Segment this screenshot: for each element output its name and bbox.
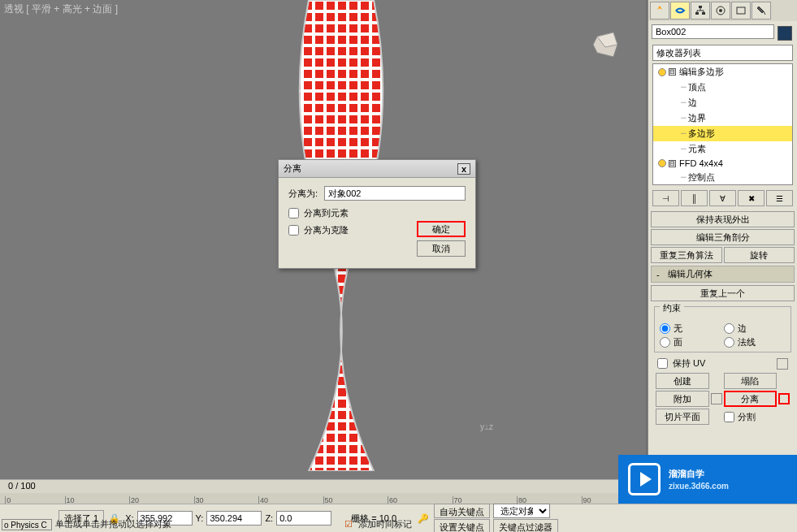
edit-tri-button[interactable]: 编辑三角剖分: [651, 229, 795, 245]
preserve-uv-label: 保持 UV: [673, 357, 705, 370]
detach-as-clone-checkbox[interactable]: [288, 225, 299, 236]
watermark-title: 溜溜自学: [669, 468, 729, 480]
stack-edit-poly[interactable]: ⊟编辑多边形: [653, 64, 792, 80]
play-icon: [628, 463, 661, 495]
preserve-selection-button[interactable]: 保持表现外出: [651, 211, 795, 227]
retriangulate-button[interactable]: 重复三角算法: [651, 247, 722, 263]
detach-to-element-checkbox[interactable]: [288, 208, 299, 218]
preserve-uv-checkbox[interactable]: [657, 358, 668, 369]
slice-plane-button[interactable]: 切片平面: [656, 409, 709, 425]
configure-sets-button[interactable]: ☰: [766, 190, 793, 206]
split-checkbox[interactable]: [724, 412, 734, 422]
key-filter-button[interactable]: 关键点过滤器: [493, 519, 558, 533]
physx-label: o Physics C: [2, 519, 52, 530]
remove-modifier-button[interactable]: ✖: [738, 190, 765, 206]
key-icon[interactable]: 🔑: [416, 511, 431, 526]
edit-geom-rollout-header[interactable]: -编辑几何体: [651, 266, 795, 283]
selection-filter-dropdown[interactable]: 选定对象: [493, 504, 550, 518]
detach-to-element-label: 分离到元素: [304, 207, 349, 219]
svg-rect-4: [699, 6, 702, 8]
status-hint: 单击或单击并拖动以选择对象 ☑ 添加时间标记: [55, 518, 412, 530]
close-icon[interactable]: x: [457, 163, 470, 175]
tab-display[interactable]: [731, 2, 751, 19]
axis-indicator: y⟂z: [480, 422, 493, 431]
pin-stack-button[interactable]: ⊣: [652, 190, 679, 206]
svg-point-8: [719, 9, 722, 12]
ok-button[interactable]: 确定: [417, 221, 466, 237]
status-bar: o Physics C 选择了 1 🔒 X: Y: Z: 栅格 = 10.0 🔑…: [0, 504, 797, 532]
constraints-title: 约束: [660, 302, 684, 314]
detach-settings[interactable]: [778, 393, 790, 404]
create-button[interactable]: 创建: [656, 373, 709, 389]
detach-as-clone-label: 分离为克隆: [304, 224, 349, 236]
dialog-title: 分离: [284, 162, 301, 175]
svg-rect-5: [695, 12, 699, 15]
detach-name-input[interactable]: [324, 186, 466, 201]
repeat-last-button[interactable]: 重复上一个: [651, 285, 795, 301]
watermark-url: zixue.3d66.com: [669, 482, 729, 491]
constraint-normal[interactable]: 法线: [724, 336, 786, 348]
collapse-button[interactable]: 塌陷: [724, 373, 778, 389]
cancel-button[interactable]: 取消: [417, 240, 466, 257]
stack-vertex[interactable]: 顶点: [653, 80, 792, 95]
preserve-uv-settings[interactable]: [777, 358, 788, 370]
attach-settings[interactable]: [711, 393, 722, 404]
stack-control-points[interactable]: 控制点: [653, 170, 792, 185]
command-tabs: [648, 0, 797, 21]
detach-button[interactable]: 分离: [724, 391, 778, 407]
tab-hierarchy[interactable]: [691, 2, 710, 19]
stack-ffd[interactable]: ⊟FFD 4x4x4: [653, 157, 792, 170]
attach-button[interactable]: 附加: [656, 391, 709, 407]
set-key-button[interactable]: 设置关键点: [434, 519, 490, 533]
time-range-label: 0 / 100: [8, 481, 36, 491]
viewcube[interactable]: [585, 24, 626, 65]
svg-rect-6: [702, 12, 705, 15]
constraint-none[interactable]: 无: [660, 322, 722, 335]
stack-polygon[interactable]: 多边形: [653, 126, 792, 141]
show-end-result-button[interactable]: ║: [681, 190, 708, 206]
timeline[interactable]: 0 / 100 0 10 20 30 40 50 60 70 80 90 100: [0, 479, 646, 504]
constraints-group: 约束 无 边 面 法线: [654, 306, 791, 353]
tab-modify[interactable]: [670, 2, 690, 19]
detach-dialog: 分离 x 分离为: 分离到元素 分离为克隆 确定 取消: [278, 159, 476, 269]
constraint-face[interactable]: 面: [660, 336, 722, 348]
object-color-swatch[interactable]: [778, 26, 792, 41]
auto-key-button[interactable]: 自动关键点: [434, 504, 490, 518]
viewport-label: 透视 [ 平滑 + 高光 + 边面 ]: [4, 2, 118, 16]
command-panel: 修改器列表 ⊟编辑多边形 顶点 边 边界 多边形 元素 ⊟FFD 4x4x4 控…: [648, 0, 797, 532]
tab-create[interactable]: [650, 2, 669, 19]
modifier-stack[interactable]: ⊟编辑多边形 顶点 边 边界 多边形 元素 ⊟FFD 4x4x4 控制点 晶格: [652, 63, 793, 185]
turn-button[interactable]: 旋转: [724, 247, 795, 263]
detach-name-label: 分离为:: [288, 188, 318, 200]
stack-edge[interactable]: 边: [653, 95, 792, 110]
make-unique-button[interactable]: ∀: [709, 190, 736, 206]
svg-rect-9: [737, 7, 745, 14]
tab-motion[interactable]: [711, 2, 730, 19]
stack-border[interactable]: 边界: [653, 110, 792, 126]
object-name-input[interactable]: [652, 24, 774, 39]
dialog-titlebar[interactable]: 分离 x: [279, 160, 475, 178]
modifier-list-dropdown[interactable]: 修改器列表: [652, 45, 793, 61]
constraint-edge[interactable]: 边: [724, 322, 786, 335]
stack-element[interactable]: 元素: [653, 141, 792, 157]
tab-utilities[interactable]: [752, 2, 771, 19]
watermark: 溜溜自学 zixue.3d66.com: [618, 455, 797, 504]
